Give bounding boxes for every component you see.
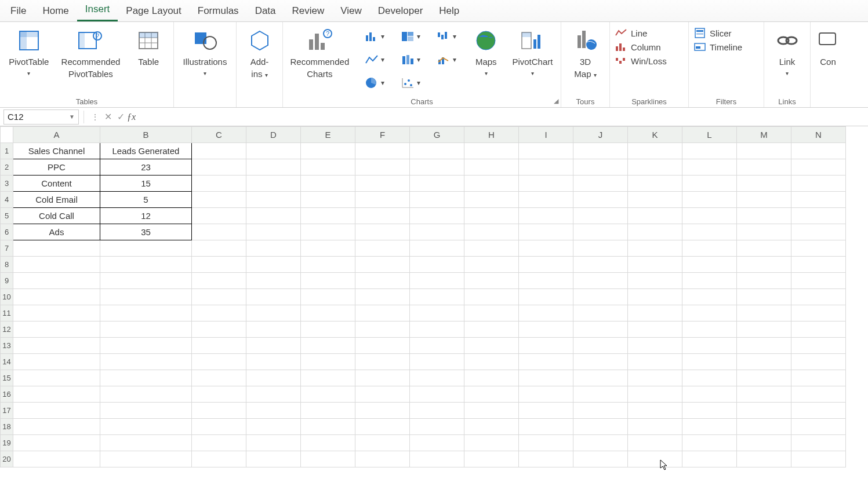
cell[interactable] (682, 338, 737, 354)
cell[interactable] (192, 403, 246, 419)
cell[interactable] (246, 257, 301, 273)
cell[interactable] (737, 338, 791, 354)
cell[interactable] (410, 305, 464, 321)
cell[interactable] (573, 224, 628, 240)
cell[interactable] (355, 273, 410, 289)
cell[interactable] (791, 289, 846, 305)
cell[interactable] (791, 176, 846, 192)
cell[interactable] (737, 305, 791, 321)
cell[interactable] (519, 354, 573, 370)
cell[interactable] (100, 435, 192, 451)
cell[interactable] (682, 224, 737, 240)
cell[interactable] (246, 192, 301, 208)
cell[interactable] (628, 354, 682, 370)
cell[interactable] (100, 403, 192, 419)
sparkline-winloss-button[interactable]: Win/Loss (615, 56, 667, 66)
cell[interactable] (246, 370, 301, 386)
cell[interactable] (519, 224, 573, 240)
cell[interactable] (355, 386, 410, 403)
cell[interactable] (791, 273, 846, 289)
pie-chart-button[interactable]: ▾ (358, 72, 391, 94)
cell[interactable] (246, 143, 301, 159)
pivottable-button[interactable]: PivotTable ▾ (5, 25, 53, 76)
cell[interactable] (13, 451, 100, 467)
charts-dialog-launcher[interactable]: ◢ (554, 97, 558, 105)
cell[interactable] (301, 257, 355, 273)
column-header[interactable]: A (13, 127, 100, 143)
cell[interactable] (355, 451, 410, 467)
cell[interactable] (100, 370, 192, 386)
cell[interactable] (464, 451, 519, 467)
cell[interactable] (301, 159, 355, 176)
cell[interactable] (355, 159, 410, 176)
cell[interactable]: Content (13, 176, 100, 192)
cell[interactable] (519, 273, 573, 289)
cell[interactable] (737, 289, 791, 305)
cell[interactable] (301, 273, 355, 289)
spreadsheet-grid[interactable]: ABCDEFGHIJKLMN1Sales ChannelLeads Genera… (0, 126, 868, 497)
cell[interactable] (246, 419, 301, 435)
column-header[interactable]: M (737, 127, 791, 143)
row-header[interactable]: 6 (1, 224, 13, 240)
column-header[interactable]: I (519, 127, 573, 143)
cell[interactable] (355, 435, 410, 451)
cell[interactable] (355, 208, 410, 224)
cell[interactable] (519, 159, 573, 176)
cell[interactable] (628, 321, 682, 338)
cell[interactable] (682, 159, 737, 176)
cell[interactable] (628, 143, 682, 159)
tab-developer[interactable]: Developer (370, 2, 431, 21)
cell[interactable] (737, 176, 791, 192)
cell[interactable] (682, 386, 737, 403)
cell[interactable] (100, 419, 192, 435)
link-button[interactable]: Link ▾ (769, 25, 805, 76)
cell[interactable] (301, 419, 355, 435)
cell[interactable] (13, 403, 100, 419)
tab-data[interactable]: Data (247, 2, 284, 21)
cell[interactable] (464, 435, 519, 451)
cell[interactable] (301, 289, 355, 305)
cell[interactable] (573, 321, 628, 338)
row-header[interactable]: 9 (1, 273, 13, 289)
cell[interactable] (301, 403, 355, 419)
cell[interactable] (737, 321, 791, 338)
row-header[interactable]: 20 (1, 451, 13, 467)
3d-map-button[interactable]: 3D Map ▾ (566, 25, 605, 79)
cell[interactable] (573, 451, 628, 467)
tab-file[interactable]: File (2, 2, 34, 21)
cell[interactable] (682, 419, 737, 435)
cell[interactable] (519, 143, 573, 159)
sparkline-line-button[interactable]: Line (615, 28, 667, 38)
column-header[interactable]: E (301, 127, 355, 143)
cell[interactable] (737, 143, 791, 159)
cell[interactable] (573, 419, 628, 435)
cell[interactable] (573, 143, 628, 159)
cell[interactable] (573, 192, 628, 208)
column-header[interactable]: F (355, 127, 410, 143)
cell[interactable] (628, 370, 682, 386)
cell[interactable] (628, 403, 682, 419)
cell[interactable] (355, 321, 410, 338)
cell[interactable] (301, 176, 355, 192)
cell[interactable] (410, 435, 464, 451)
cell[interactable] (682, 208, 737, 224)
cell[interactable] (682, 370, 737, 386)
column-chart-button[interactable]: ▾ (358, 25, 391, 47)
cell[interactable] (410, 257, 464, 273)
cell[interactable] (682, 176, 737, 192)
cell[interactable] (737, 386, 791, 403)
cell[interactable] (791, 208, 846, 224)
cell[interactable] (246, 354, 301, 370)
cell[interactable] (682, 354, 737, 370)
cell[interactable] (301, 143, 355, 159)
cell[interactable] (192, 451, 246, 467)
cell[interactable] (464, 289, 519, 305)
cell[interactable]: Cold Email (13, 192, 100, 208)
cell[interactable] (246, 321, 301, 338)
row-header[interactable]: 2 (1, 159, 13, 176)
cell[interactable] (791, 224, 846, 240)
cell[interactable] (464, 208, 519, 224)
cell[interactable]: 12 (100, 208, 192, 224)
cell[interactable] (791, 403, 846, 419)
cell[interactable] (246, 451, 301, 467)
